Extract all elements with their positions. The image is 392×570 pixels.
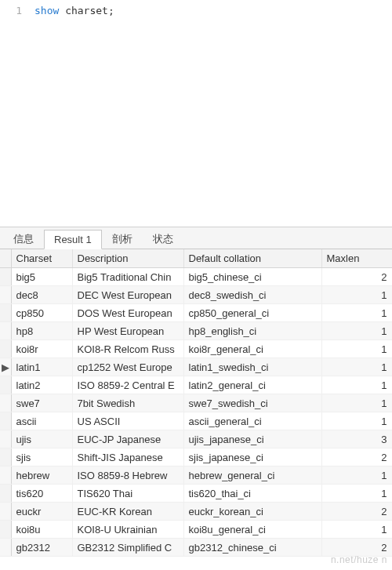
row-marker [0, 268, 11, 286]
col-charset[interactable]: Charset [11, 249, 72, 268]
editor-code[interactable]: show charset; [34, 5, 114, 16]
cell-charset[interactable]: ascii [11, 412, 72, 430]
table-row[interactable]: gb2312GB2312 Simplified Cgb2312_chinese_… [0, 539, 392, 557]
cell-collation[interactable]: ujis_japanese_ci [183, 430, 321, 448]
cell-description[interactable]: US ASCII [72, 412, 183, 430]
cell-maxlen[interactable]: 2 [321, 268, 392, 286]
table-row[interactable]: swe77bit Swedishswe7_swedish_ci1 [0, 394, 392, 412]
row-marker [0, 340, 11, 358]
cell-charset[interactable]: ujis [11, 430, 72, 448]
cell-charset[interactable]: koi8u [11, 521, 72, 539]
table-row[interactable]: dec8DEC West Europeandec8_swedish_ci1 [0, 286, 392, 304]
cell-charset[interactable]: hp8 [11, 322, 72, 340]
cell-collation[interactable]: sjis_japanese_ci [183, 448, 321, 467]
cell-collation[interactable]: dec8_swedish_ci [183, 286, 321, 304]
cell-maxlen[interactable]: 1 [321, 394, 392, 412]
cell-maxlen[interactable]: 1 [321, 322, 392, 340]
cell-charset[interactable]: cp850 [11, 304, 72, 322]
table-row[interactable]: asciiUS ASCIIascii_general_ci1 [0, 412, 392, 430]
cell-maxlen[interactable]: 1 [321, 358, 392, 376]
tab-profile[interactable]: 剖析 [102, 228, 143, 249]
table-row[interactable]: sjisShift-JIS Japanesesjis_japanese_ci2 [0, 448, 392, 467]
cell-description[interactable]: DOS West European [72, 304, 183, 322]
cell-collation[interactable]: hebrew_general_ci [183, 467, 321, 485]
table-row[interactable]: latin2ISO 8859-2 Central Elatin2_general… [0, 376, 392, 394]
row-marker [0, 430, 11, 448]
cell-charset[interactable]: latin2 [11, 376, 72, 394]
cell-collation[interactable]: big5_chinese_ci [183, 268, 321, 286]
cell-maxlen[interactable]: 1 [321, 467, 392, 485]
table-row[interactable]: hp8HP West Europeanhp8_english_ci1 [0, 322, 392, 340]
cell-description[interactable]: GB2312 Simplified C [72, 539, 183, 557]
cell-description[interactable]: cp1252 West Europe [72, 358, 183, 376]
table-row[interactable]: euckrEUC-KR Koreaneuckr_korean_ci2 [0, 503, 392, 521]
row-marker [0, 467, 11, 485]
editor-gutter: 1 [0, 0, 28, 227]
cell-charset[interactable]: euckr [11, 503, 72, 521]
cell-collation[interactable]: swe7_swedish_ci [183, 394, 321, 412]
table-row[interactable]: big5Big5 Traditional Chinbig5_chinese_ci… [0, 268, 392, 286]
row-marker [0, 503, 11, 521]
cell-charset[interactable]: tis620 [11, 485, 72, 503]
row-marker [0, 412, 11, 430]
table-row[interactable]: hebrewISO 8859-8 Hebrewhebrew_general_ci… [0, 467, 392, 485]
col-description[interactable]: Description [72, 249, 183, 268]
result-grid-wrap[interactable]: Charset Description Default collation Ma… [0, 249, 392, 570]
cell-description[interactable]: DEC West European [72, 286, 183, 304]
cell-description[interactable]: 7bit Swedish [72, 394, 183, 412]
cell-collation[interactable]: koi8r_general_ci [183, 340, 321, 358]
result-grid[interactable]: Charset Description Default collation Ma… [0, 249, 392, 557]
cell-description[interactable]: EUC-KR Korean [72, 503, 183, 521]
cell-description[interactable]: TIS620 Thai [72, 485, 183, 503]
cell-description[interactable]: HP West European [72, 322, 183, 340]
cell-description[interactable]: KOI8-U Ukrainian [72, 521, 183, 539]
table-row[interactable]: ujisEUC-JP Japaneseujis_japanese_ci3 [0, 430, 392, 448]
table-row[interactable]: ▶latin1cp1252 West Europelatin1_swedish_… [0, 358, 392, 376]
table-row[interactable]: koi8uKOI8-U Ukrainiankoi8u_general_ci1 [0, 521, 392, 539]
cell-collation[interactable]: gb2312_chinese_ci [183, 539, 321, 557]
tab-status[interactable]: 状态 [143, 228, 183, 249]
cell-description[interactable]: ISO 8859-2 Central E [72, 376, 183, 394]
cell-maxlen[interactable]: 1 [321, 286, 392, 304]
cell-collation[interactable]: hp8_english_ci [183, 322, 321, 340]
cell-maxlen[interactable]: 1 [321, 485, 392, 503]
cell-description[interactable]: EUC-JP Japanese [72, 430, 183, 448]
cell-maxlen[interactable]: 2 [321, 503, 392, 521]
cell-collation[interactable]: ascii_general_ci [183, 412, 321, 430]
cell-description[interactable]: ISO 8859-8 Hebrew [72, 467, 183, 485]
cell-description[interactable]: Shift-JIS Japanese [72, 448, 183, 467]
tab-info[interactable]: 信息 [3, 228, 44, 249]
cell-collation[interactable]: koi8u_general_ci [183, 521, 321, 539]
sql-editor-pane[interactable]: 1 show charset; [0, 0, 392, 227]
cell-maxlen[interactable]: 2 [321, 539, 392, 557]
cell-collation[interactable]: tis620_thai_ci [183, 485, 321, 503]
cell-maxlen[interactable]: 1 [321, 304, 392, 322]
cell-maxlen[interactable]: 1 [321, 376, 392, 394]
cell-maxlen[interactable]: 2 [321, 448, 392, 467]
cell-collation[interactable]: cp850_general_ci [183, 304, 321, 322]
table-row[interactable]: koi8rKOI8-R Relcom Russkoi8r_general_ci1 [0, 340, 392, 358]
table-row[interactable]: cp850DOS West Europeancp850_general_ci1 [0, 304, 392, 322]
tab-result-1[interactable]: Result 1 [44, 230, 102, 249]
cell-collation[interactable]: latin1_swedish_ci [183, 358, 321, 376]
cell-maxlen[interactable]: 1 [321, 340, 392, 358]
cell-description[interactable]: KOI8-R Relcom Russ [72, 340, 183, 358]
col-maxlen[interactable]: Maxlen [321, 249, 392, 268]
cell-charset[interactable]: swe7 [11, 394, 72, 412]
cell-charset[interactable]: latin1 [11, 358, 72, 376]
col-collation[interactable]: Default collation [183, 249, 321, 268]
cell-charset[interactable]: big5 [11, 268, 72, 286]
cell-maxlen[interactable]: 1 [321, 521, 392, 539]
cell-charset[interactable]: dec8 [11, 286, 72, 304]
cell-description[interactable]: Big5 Traditional Chin [72, 268, 183, 286]
table-row[interactable]: tis620TIS620 Thaitis620_thai_ci1 [0, 485, 392, 503]
row-marker [0, 521, 11, 539]
cell-charset[interactable]: hebrew [11, 467, 72, 485]
cell-charset[interactable]: koi8r [11, 340, 72, 358]
cell-collation[interactable]: latin2_general_ci [183, 376, 321, 394]
cell-maxlen[interactable]: 3 [321, 430, 392, 448]
cell-charset[interactable]: gb2312 [11, 539, 72, 557]
cell-charset[interactable]: sjis [11, 448, 72, 467]
cell-collation[interactable]: euckr_korean_ci [183, 503, 321, 521]
cell-maxlen[interactable]: 1 [321, 412, 392, 430]
